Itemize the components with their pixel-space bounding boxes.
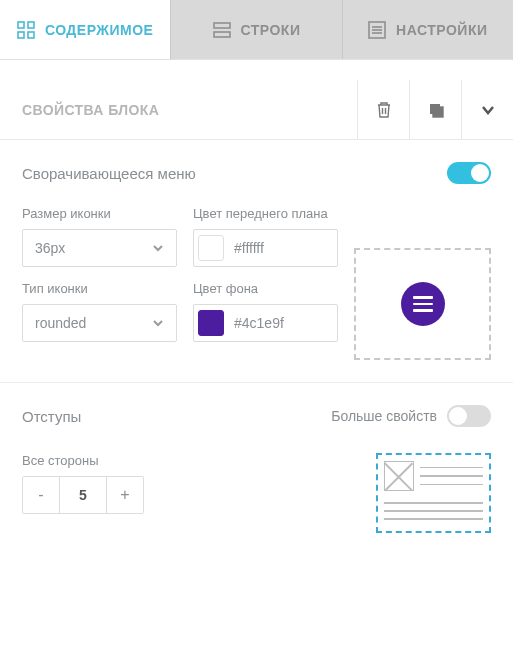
block-properties-header: СВОЙСТВА БЛОКА xyxy=(0,80,513,140)
padding-preview xyxy=(376,453,491,533)
tab-content-label: СОДЕРЖИМОЕ xyxy=(45,22,154,38)
editor-tabs: СОДЕРЖИМОЕ СТРОКИ НАСТРОЙКИ xyxy=(0,0,513,60)
icon-size-value: 36px xyxy=(35,240,65,256)
svg-rect-12 xyxy=(433,107,443,117)
svg-rect-0 xyxy=(18,22,24,28)
background-color-value: #4c1e9f xyxy=(234,315,284,331)
svg-rect-2 xyxy=(18,32,24,38)
all-sides-stepper: - + xyxy=(22,476,144,514)
svg-rect-1 xyxy=(28,22,34,28)
chevron-down-icon xyxy=(152,242,164,254)
duplicate-button[interactable] xyxy=(409,80,461,139)
chevron-down-icon xyxy=(152,317,164,329)
wireframe-lines xyxy=(420,461,483,491)
decrease-button[interactable]: - xyxy=(23,477,59,513)
tab-rows-label: СТРОКИ xyxy=(241,22,301,38)
icon-preview xyxy=(354,248,491,360)
menu-section: Сворачивающееся меню Размер иконки 36px … xyxy=(0,140,513,383)
svg-rect-4 xyxy=(214,23,230,28)
foreground-color-value: #ffffff xyxy=(234,240,264,256)
all-sides-label: Все стороны xyxy=(22,453,144,468)
wireframe-lines xyxy=(384,497,483,525)
tab-content[interactable]: СОДЕРЖИМОЕ xyxy=(0,0,171,59)
tab-settings-label: НАСТРОЙКИ xyxy=(396,22,487,38)
grid-icon xyxy=(17,21,35,39)
padding-section: Отступы Больше свойств Все стороны - + xyxy=(0,383,513,555)
wireframe-icon xyxy=(384,461,414,491)
increase-button[interactable]: + xyxy=(107,477,143,513)
background-color-label: Цвет фона xyxy=(193,281,338,296)
delete-button[interactable] xyxy=(357,80,409,139)
icon-type-label: Тип иконки xyxy=(22,281,177,296)
settings-icon xyxy=(368,21,386,39)
icon-size-label: Размер иконки xyxy=(22,206,177,221)
padding-title: Отступы xyxy=(22,408,81,425)
foreground-color-input[interactable]: #ffffff xyxy=(193,229,338,267)
collapse-button[interactable] xyxy=(461,80,513,139)
tab-rows[interactable]: СТРОКИ xyxy=(171,0,342,59)
tab-settings[interactable]: НАСТРОЙКИ xyxy=(343,0,513,59)
trash-icon xyxy=(376,101,392,119)
chevron-down-icon xyxy=(480,102,496,118)
duplicate-icon xyxy=(427,101,445,119)
hamburger-icon xyxy=(401,282,445,326)
foreground-color-label: Цвет переднего плана xyxy=(193,206,338,221)
background-swatch xyxy=(198,310,224,336)
block-properties-title: СВОЙСТВА БЛОКА xyxy=(22,102,159,118)
svg-rect-5 xyxy=(214,32,230,37)
rows-icon xyxy=(213,21,231,39)
background-color-input[interactable]: #4c1e9f xyxy=(193,304,338,342)
more-props-label: Больше свойств xyxy=(331,408,437,424)
icon-size-select[interactable]: 36px xyxy=(22,229,177,267)
foreground-swatch xyxy=(198,235,224,261)
more-props-toggle[interactable] xyxy=(447,405,491,427)
collapsible-menu-toggle[interactable] xyxy=(447,162,491,184)
all-sides-input[interactable] xyxy=(59,477,107,513)
icon-type-value: rounded xyxy=(35,315,86,331)
icon-type-select[interactable]: rounded xyxy=(22,304,177,342)
block-actions xyxy=(357,80,513,139)
collapsible-menu-label: Сворачивающееся меню xyxy=(22,165,196,182)
svg-rect-3 xyxy=(28,32,34,38)
